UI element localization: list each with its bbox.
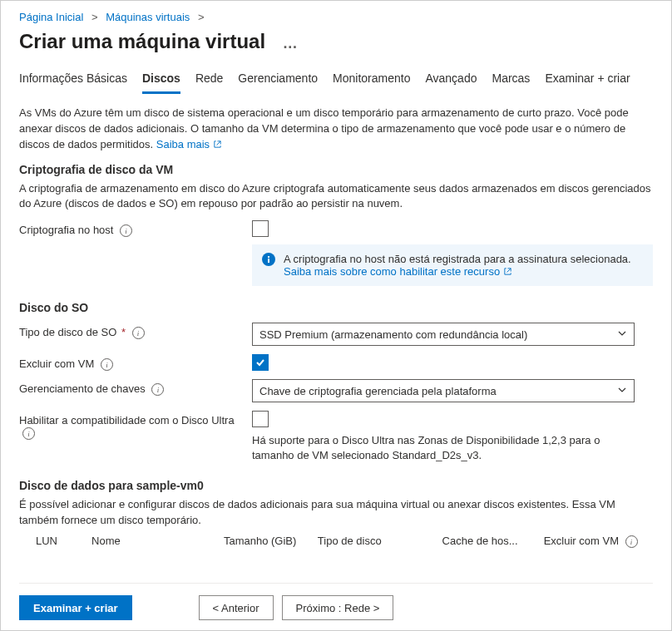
tab-disks[interactable]: Discos [142,68,180,94]
chevron-down-icon [617,385,627,397]
info-icon[interactable]: i [22,427,35,440]
label-host-encryption: Criptografia no host i [19,220,252,237]
next-button[interactable]: Próximo : Rede > [282,595,394,620]
col-lun: LUN [19,535,91,548]
row-host-encryption: Criptografia no host i A criptografia no… [19,220,653,286]
section-os-disk-heading: Disco do SO [19,301,653,314]
info-icon[interactable]: i [151,383,164,396]
external-link-icon [503,265,512,278]
footer: Examinar + criar < Anterior Próximo : Re… [19,583,653,620]
col-delete: Excluir com VM i [544,535,653,548]
svg-rect-1 [268,259,269,263]
external-link-icon [213,138,222,150]
notice-link-label: Saiba mais sobre como habilitar este rec… [284,265,500,278]
checkbox-host-encryption[interactable] [252,220,269,237]
notice-host-encryption: A criptografia no host não está registra… [252,244,653,286]
required-asterisk: * [121,326,126,338]
breadcrumb-vms[interactable]: Máquinas virtuais [106,11,190,23]
col-type: Tipo de disco [318,535,442,548]
row-key-management: Gerenciamento de chaves i Chave de cript… [19,379,653,402]
page-title: Criar uma máquina virtual … [19,30,653,53]
label-host-encryption-text: Criptografia no host [19,224,113,236]
ellipsis-icon[interactable]: … [271,35,299,52]
chevron-down-icon [617,328,627,341]
intro-text-span: As VMs do Azure têm um disco de sistema … [19,106,629,150]
tab-tags[interactable]: Marcas [492,68,530,94]
notice-link[interactable]: Saiba mais sobre como habilitar este rec… [284,265,512,278]
row-ultra-disk: Habilitar a compatibilidade com o Disco … [19,411,653,463]
info-icon[interactable]: i [120,224,132,237]
label-ultra-disk: Habilitar a compatibilidade com o Disco … [19,411,252,440]
info-icon[interactable]: i [101,358,113,371]
select-key-management[interactable]: Chave de criptografia gerenciada pela pl… [252,379,635,402]
tab-management[interactable]: Gerenciamento [238,68,318,94]
intro-learn-more-link[interactable]: Saiba mais [156,138,222,150]
tab-monitoring[interactable]: Monitoramento [333,68,410,94]
section-encryption-heading: Criptografia de disco da VM [19,163,653,176]
tabs: Informações Básicas Discos Rede Gerencia… [19,68,653,94]
intro-text: As VMs do Azure têm um disco de sistema … [19,106,653,153]
svg-rect-2 [268,256,269,258]
select-key-management-value: Chave de criptografia gerenciada pela pl… [259,385,497,397]
label-os-disk-type-text: Tipo de disco de SO [19,326,116,338]
info-icon[interactable]: i [132,327,145,339]
chevron-right-icon: > [193,11,210,23]
intro-learn-more-label: Saiba mais [156,138,210,150]
data-disk-desc: É possível adicionar e configurar discos… [19,497,653,529]
label-os-disk-type: Tipo de disco de SO * i [19,323,252,339]
select-os-disk-type[interactable]: SSD Premium (armazenamento com redundânc… [252,323,635,346]
label-key-management: Gerenciamento de chaves i [19,379,252,396]
content: As VMs do Azure têm um disco de sistema … [19,106,653,583]
col-delete-text: Excluir com VM [544,535,619,547]
checkbox-ultra-disk[interactable] [252,411,269,427]
breadcrumb-home[interactable]: Página Inicial [19,11,83,23]
checkbox-delete-with-vm[interactable] [252,354,269,371]
label-key-management-text: Gerenciamento de chaves [19,382,146,395]
info-icon[interactable]: i [625,535,638,548]
col-cache: Cache de hos... [442,535,544,548]
breadcrumb: Página Inicial > Máquinas virtuais > [19,11,653,23]
tab-networking[interactable]: Rede [195,68,223,94]
tab-basics[interactable]: Informações Básicas [19,68,127,94]
page-title-text: Criar uma máquina virtual [19,30,265,52]
section-data-disk-heading: Disco de dados para sample-vm0 [19,479,653,492]
data-disk-table-header: LUN Nome Tamanho (GiB) Tipo de disco Cac… [19,535,653,548]
info-solid-icon [262,253,275,269]
row-delete-with-vm: Excluir com VM i [19,354,653,371]
label-delete-with-vm-text: Excluir com VM [19,357,94,370]
label-ultra-disk-text: Habilitar a compatibilidade com o Disco … [19,414,235,426]
col-size: Tamanho (GiB) [224,535,318,548]
notice-text: A criptografia no host não está registra… [284,253,631,265]
col-name: Nome [91,535,224,548]
tab-review[interactable]: Examinar + criar [545,68,630,94]
tab-advanced[interactable]: Avançado [425,68,477,94]
ultra-disk-note: Há suporte para o Disco Ultra nas Zonas … [252,433,635,463]
previous-button[interactable]: < Anterior [199,595,274,620]
row-os-disk-type: Tipo de disco de SO * i SSD Premium (arm… [19,323,653,346]
encryption-desc: A criptografia de armazenamento em disco… [19,181,653,213]
review-create-button[interactable]: Examinar + criar [19,595,132,620]
chevron-right-icon: > [86,11,103,23]
select-os-disk-type-value: SSD Premium (armazenamento com redundânc… [259,328,527,341]
label-delete-with-vm: Excluir com VM i [19,354,252,371]
